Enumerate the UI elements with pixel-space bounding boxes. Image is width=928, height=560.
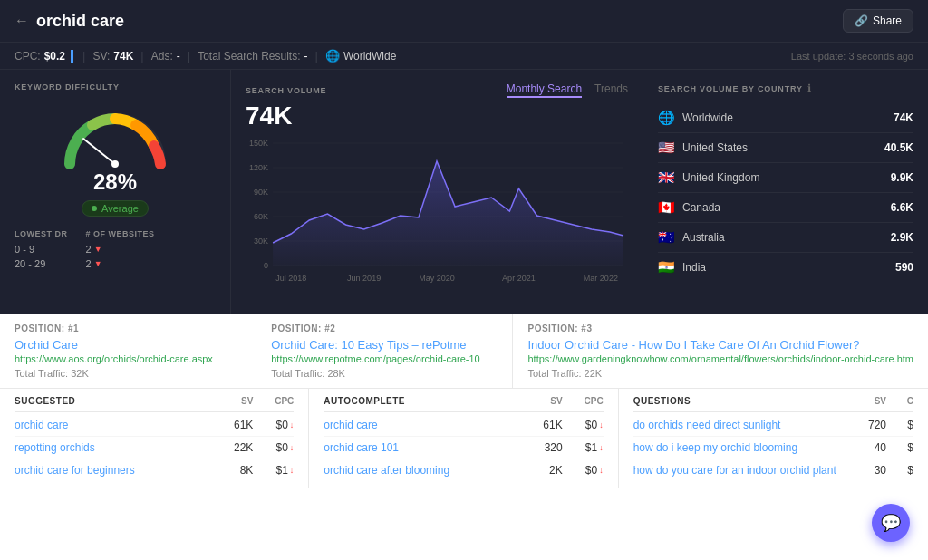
autocomplete-table: AUTOCOMPLETE SV CPC orchid care 61K $0 ↓…	[309, 389, 618, 488]
kd-title: KEYWORD DIFFICULTY	[14, 82, 216, 92]
websites-title: # OF WEBSITES	[86, 229, 155, 238]
questions-row-1: do orchids need direct sunlight 720 $	[633, 414, 914, 437]
suggested-cpc-3: $1 ↓	[253, 464, 294, 477]
keyword-difficulty-panel: KEYWORD DIFFICULTY 28%	[0, 70, 231, 314]
toolbar: CPC: $0.2 | SV: 74K | Ads: - | Total Sea…	[0, 43, 928, 70]
svg-line-0	[83, 139, 115, 164]
cpc-label: CPC:	[14, 50, 41, 63]
pos2-url: https://www.repotme.com/pages/orchid-car…	[271, 353, 498, 364]
location-label: WorldWide	[343, 50, 396, 63]
au-name: Australia	[682, 231, 891, 244]
share-button[interactable]: 🔗 Share	[843, 9, 914, 33]
uk-value: 9.9K	[891, 171, 914, 184]
ca-flag: 🇨🇦	[658, 199, 675, 216]
pos2-label: POSITION: #2	[271, 323, 498, 333]
uk-name: United Kingdom	[682, 171, 891, 184]
country-row-us: 🇺🇸 United States 40.5K	[658, 133, 914, 163]
share-icon: 🔗	[855, 14, 868, 27]
questions-cpc-col: C	[886, 396, 914, 406]
autocomplete-cpc-3: $0 ↓	[563, 464, 604, 477]
sv-big-number: 74K	[246, 101, 628, 130]
website-count-2: 2 ▼	[86, 258, 155, 269]
total-separator: |	[188, 49, 190, 63]
svg-text:150K: 150K	[249, 139, 268, 148]
au-flag: 🇦🇺	[658, 229, 675, 246]
back-button[interactable]: ←	[14, 13, 29, 29]
sv-separator: |	[82, 49, 85, 63]
pos3-url: https://www.gardeningknowhow.com/ornamen…	[527, 353, 914, 364]
worldwide-icon: 🌐	[658, 110, 675, 126]
pos2-traffic: Total Traffic: 28K	[271, 368, 498, 379]
autocomplete-sv-3: 2K	[517, 464, 563, 477]
questions-kw-3[interactable]: how do you care for an indoor orchid pla…	[633, 464, 841, 477]
in-flag: 🇮🇳	[658, 259, 675, 275]
country-row-uk: 🇬🇧 United Kingdom 9.9K	[658, 163, 914, 193]
suggested-row-3: orchid care for beginners 8K $1 ↓	[14, 459, 294, 481]
questions-cpc-3: $	[886, 464, 914, 477]
gauge-svg	[56, 101, 174, 173]
lowest-dr-title: LOWEST DR	[14, 229, 68, 238]
suggested-kw-1[interactable]: orchid care	[14, 419, 208, 431]
cpc-bar	[71, 50, 73, 63]
pos1-url: https://www.aos.org/orchids/orchid-care.…	[14, 353, 241, 364]
country-panel-title: SEARCH VOLUME BY COUNTRY	[658, 84, 803, 93]
worldwide-name: Worldwide	[682, 111, 894, 124]
country-row-worldwide: 🌐 Worldwide 74K	[658, 103, 914, 133]
suggested-sv-1: 61K	[208, 419, 253, 431]
autocomplete-row-1: orchid care 61K $0 ↓	[324, 414, 603, 437]
svg-text:90K: 90K	[254, 188, 268, 197]
questions-cpc-1: $	[886, 419, 914, 431]
suggested-kw-3[interactable]: orchid care for beginners	[14, 464, 208, 477]
position-3-col: POSITION: #3 Indoor Orchid Care - How Do…	[513, 314, 928, 388]
questions-sv-1: 720	[841, 419, 886, 431]
dropdown-arrow-1: ▼	[94, 245, 102, 254]
svg-text:Apr 2021: Apr 2021	[502, 274, 536, 283]
position-1-col: POSITION: #1 Orchid Care https://www.aos…	[0, 314, 256, 388]
websites-col: # OF WEBSITES 2 ▼ 2 ▼	[86, 229, 155, 269]
autocomplete-sv-col: SV	[517, 396, 563, 406]
svg-text:Jun 2019: Jun 2019	[347, 274, 381, 283]
svg-text:60K: 60K	[254, 212, 268, 221]
positions-row: POSITION: #1 Orchid Care https://www.aos…	[0, 314, 928, 389]
avg-dot	[92, 206, 97, 211]
suggested-sv-2: 22K	[208, 441, 253, 454]
autocomplete-header: AUTOCOMPLETE SV CPC	[324, 396, 603, 412]
country-row-au: 🇦🇺 Australia 2.9K	[658, 223, 914, 253]
tab-monthly[interactable]: Monthly Search	[507, 82, 582, 98]
country-row-ca: 🇨🇦 Canada 6.6K	[658, 193, 914, 223]
autocomplete-kw-2[interactable]: orchid care 101	[324, 441, 517, 454]
bottom-section: POSITION: #1 Orchid Care https://www.aos…	[0, 314, 928, 560]
autocomplete-title: AUTOCOMPLETE	[324, 396, 517, 406]
suggested-kw-2[interactable]: repotting orchids	[14, 441, 208, 454]
us-value: 40.5K	[884, 141, 914, 154]
questions-kw-1[interactable]: do orchids need direct sunlight	[633, 419, 841, 431]
autocomplete-kw-1[interactable]: orchid care	[324, 419, 517, 431]
dropdown-arrow-2: ▼	[94, 259, 102, 268]
lowest-dr-col: LOWEST DR 0 - 9 20 - 29	[14, 229, 68, 269]
pos2-title[interactable]: Orchid Care: 10 Easy Tips – rePotme	[271, 338, 498, 352]
total-value: -	[304, 50, 308, 63]
autocomplete-cpc-2: $1 ↓	[563, 441, 604, 454]
cpc-value: $0.2	[44, 50, 65, 63]
pos1-title[interactable]: Orchid Care	[14, 338, 241, 352]
pos3-title[interactable]: Indoor Orchid Care - How Do I Take Care …	[527, 338, 914, 352]
ca-name: Canada	[682, 201, 891, 214]
autocomplete-row-2: orchid care 101 320 $1 ↓	[324, 437, 603, 459]
tab-trends[interactable]: Trends	[594, 82, 628, 98]
questions-row-3: how do you care for an indoor orchid pla…	[633, 459, 914, 481]
avg-label: Average	[102, 203, 139, 214]
svg-text:Jul 2018: Jul 2018	[276, 274, 306, 283]
last-update: Last update: 3 seconds ago	[791, 51, 914, 62]
chat-bubble[interactable]: 💬	[872, 504, 910, 542]
autocomplete-cpc-1: $0 ↓	[563, 419, 604, 431]
suggested-row-1: orchid care 61K $0 ↓	[14, 414, 294, 437]
questions-kw-2[interactable]: how do i keep my orchid blooming	[633, 441, 841, 454]
dr-row-2: 20 - 29	[14, 258, 68, 269]
country-panel: SEARCH VOLUME BY COUNTRY ℹ 🌐 Worldwide 7…	[643, 70, 928, 314]
questions-cpc-2: $	[886, 441, 914, 454]
country-row-in: 🇮🇳 India 590	[658, 253, 914, 282]
autocomplete-kw-3[interactable]: orchid care after blooming	[324, 464, 517, 477]
sv-panel-title: SEARCH VOLUME	[246, 86, 326, 95]
suggested-cpc-2: $0 ↓	[253, 441, 294, 454]
suggested-cpc-col: CPC	[253, 396, 294, 406]
